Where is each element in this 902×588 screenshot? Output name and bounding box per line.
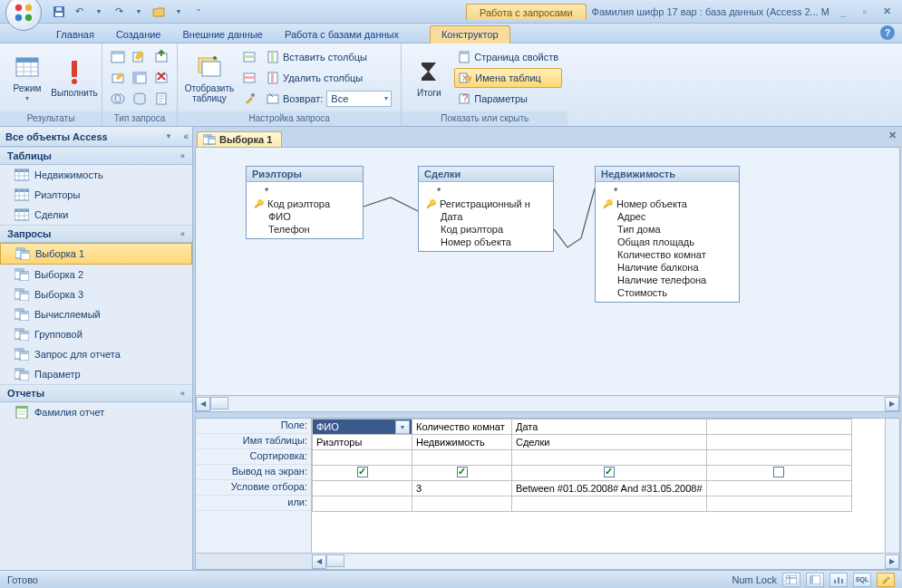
scroll-left-icon[interactable]: ◀ — [196, 397, 210, 411]
nav-item[interactable]: Групповой — [0, 324, 192, 344]
document-tabs: Выборка 1 ✕ — [193, 127, 902, 147]
help-icon[interactable]: ? — [880, 25, 895, 40]
pivot-table-view-button[interactable] — [806, 573, 824, 587]
append-icon[interactable] — [151, 47, 171, 67]
tab-external-data[interactable]: Внешние данные — [172, 26, 274, 43]
nav-item[interactable]: Выборка 3 — [0, 284, 192, 304]
insert-columns-button[interactable]: Вставить столбцы — [263, 47, 395, 67]
nav-item[interactable]: Выборка 1 — [0, 243, 192, 265]
nav-item[interactable]: Фамилия отчет — [0, 402, 192, 422]
delete-query-icon[interactable] — [151, 68, 171, 88]
nav-item[interactable]: Запрос для отчета — [0, 344, 192, 364]
select-query-icon[interactable] — [108, 47, 128, 67]
svg-point-14 — [72, 79, 77, 84]
scroll-right-icon[interactable]: ▶ — [885, 554, 899, 569]
nav-item[interactable]: Недвижимость — [0, 165, 192, 185]
nav-section-header[interactable]: Таблицы« — [0, 147, 192, 165]
save-icon[interactable] — [51, 4, 67, 20]
nav-item[interactable]: Выборка 2 — [0, 265, 192, 284]
return-select[interactable]: Все — [326, 91, 392, 107]
view-button[interactable]: Режим ▼ — [5, 48, 49, 108]
qbe-columns[interactable]: ФИОКоличество комнатДатаРиэлторыНедвижим… — [312, 419, 885, 553]
make-table-icon[interactable] — [130, 47, 150, 67]
undo-icon[interactable]: ↶ — [71, 4, 87, 20]
svg-rect-36 — [271, 52, 274, 63]
sql-view-button[interactable]: SQL — [853, 573, 871, 587]
nav-section-header[interactable]: Отчеты« — [0, 384, 192, 402]
nav-item[interactable]: Риэлторы — [0, 185, 192, 205]
parameters-button[interactable]: ?Параметры — [454, 89, 562, 109]
svg-point-1 — [25, 4, 32, 10]
nav-section-header[interactable]: Запросы« — [0, 225, 192, 243]
property-sheet-button[interactable]: Страница свойств — [454, 47, 562, 67]
design-h-scrollbar[interactable]: ◀ ▶ — [196, 395, 899, 411]
svg-rect-38 — [271, 72, 274, 83]
tab-database-tools[interactable]: Работа с базами данных — [274, 26, 410, 43]
svg-rect-57 — [15, 209, 29, 212]
nav-item[interactable]: Вычисляемый — [0, 304, 192, 324]
scroll-thumb[interactable] — [326, 554, 344, 567]
ribbon-group-query-setup: Отобразить таблицу Вставить столбцы Удал… — [178, 43, 402, 126]
svg-rect-16 — [112, 52, 124, 54]
svg-rect-41 — [460, 52, 469, 54]
union-icon[interactable] — [108, 89, 128, 109]
svg-rect-72 — [20, 292, 29, 294]
chevron-down-icon[interactable]: ▼ — [170, 4, 187, 20]
insert-rows-button[interactable] — [239, 47, 259, 67]
qbe-v-scrollbar[interactable] — [885, 419, 899, 553]
scroll-right-icon[interactable]: ▶ — [885, 397, 899, 411]
update-icon[interactable] — [108, 68, 128, 88]
tab-create[interactable]: Создание — [105, 26, 172, 43]
status-bar: Готово Num Lock SQL — [0, 570, 902, 588]
minimize-button[interactable]: _ — [833, 5, 853, 19]
design-view-button[interactable] — [877, 573, 895, 587]
collapse-icon[interactable]: « — [183, 131, 189, 141]
svg-rect-80 — [20, 332, 29, 334]
passthrough-icon[interactable] — [130, 89, 150, 109]
close-button[interactable]: ✕ — [877, 5, 897, 19]
ribbon: Режим ▼ Выполнить Результаты — [0, 43, 902, 127]
chevron-down-icon[interactable]: ▼ — [131, 4, 147, 20]
tab-home[interactable]: Главная — [45, 26, 105, 43]
close-document-button[interactable]: ✕ — [888, 130, 897, 141]
qbe-grid: Поле:Имя таблицы:Сортировка:Вывод на экр… — [195, 418, 900, 570]
table-box-realtors[interactable]: Риэлторы *🔑Код риэлтораФИОТелефон — [246, 166, 364, 239]
scroll-thumb[interactable] — [210, 397, 228, 410]
nav-pane-header[interactable]: Все объекты Access ▼ « — [0, 127, 192, 147]
delete-columns-button[interactable]: Удалить столбцы — [263, 68, 395, 88]
svg-point-3 — [25, 14, 32, 20]
chevron-down-icon[interactable]: ▼ — [91, 4, 107, 20]
svg-rect-52 — [15, 189, 29, 192]
scroll-left-icon[interactable]: ◀ — [312, 554, 326, 569]
window-title: Фамилия шифр 17 вар : база данных (Acces… — [592, 6, 833, 17]
delete-rows-button[interactable] — [239, 68, 259, 88]
qbe-h-scrollbar[interactable]: ◀ ▶ — [196, 553, 899, 569]
table-box-deals[interactable]: Сделки *🔑Регистрационный нДатаКод риэлто… — [418, 166, 554, 252]
pivot-chart-view-button[interactable] — [829, 573, 848, 587]
tab-design[interactable]: Конструктор — [430, 25, 510, 43]
document-tab[interactable]: Выборка 1 — [197, 131, 282, 147]
nav-item[interactable]: Параметр — [0, 364, 192, 384]
table-box-property[interactable]: Недвижимость *🔑Номер объектаАдресТип дом… — [595, 166, 740, 303]
crosstab-icon[interactable] — [130, 68, 150, 88]
chevron-down-icon[interactable]: ▼ — [165, 132, 172, 140]
open-icon[interactable] — [150, 4, 167, 20]
query-design-surface[interactable]: Риэлторы *🔑Код риэлтораФИОТелефон Сделки… — [195, 147, 900, 412]
nav-item[interactable]: Сделки — [0, 205, 192, 225]
builder-button[interactable] — [239, 89, 259, 109]
run-button[interactable]: Выполнить — [53, 48, 96, 108]
redo-icon[interactable]: ↷ — [111, 4, 127, 20]
data-def-icon[interactable] — [151, 89, 171, 109]
show-table-button[interactable]: Отобразить таблицу — [183, 48, 236, 108]
svg-rect-96 — [209, 137, 216, 140]
svg-rect-103 — [838, 577, 839, 583]
qat-more-icon[interactable]: ⁼ — [190, 4, 207, 20]
table-names-button[interactable]: xyzИмена таблиц — [454, 68, 562, 88]
totals-button[interactable]: Итоги — [407, 48, 451, 108]
ribbon-group-show-hide: Итоги Страница свойств xyzИмена таблиц ?… — [402, 43, 567, 126]
datasheet-view-button[interactable] — [782, 573, 800, 587]
qbe-row-labels: Поле:Имя таблицы:Сортировка:Вывод на экр… — [196, 419, 312, 553]
svg-rect-8 — [16, 58, 38, 63]
svg-rect-22 — [133, 72, 146, 75]
restore-button[interactable]: ▫ — [855, 5, 875, 19]
